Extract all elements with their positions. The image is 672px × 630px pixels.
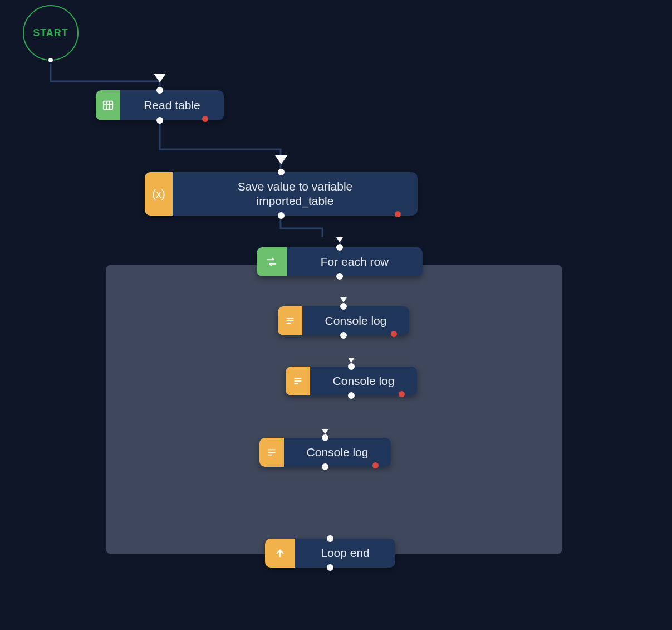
port-in[interactable]: [327, 535, 333, 542]
node-label: Console log: [325, 314, 387, 328]
node-save-variable[interactable]: (x) Save value to variable imported_tabl…: [145, 172, 418, 216]
node-for-each-row[interactable]: For each row: [257, 247, 423, 276]
node-loop-end[interactable]: Loop end: [265, 539, 395, 568]
port-out[interactable]: [336, 273, 343, 280]
start-label: START: [33, 27, 68, 39]
node-label: Console log: [333, 374, 395, 388]
lines-icon: [286, 367, 310, 395]
port-in-arrow: [275, 155, 287, 164]
port-out[interactable]: [278, 212, 285, 219]
port-out[interactable]: [327, 564, 333, 571]
start-node[interactable]: START: [23, 5, 79, 61]
port-out[interactable]: [348, 392, 355, 399]
node-label: For each row: [321, 255, 389, 269]
arrow-up-icon: [265, 539, 295, 568]
port-in[interactable]: [322, 434, 328, 441]
breakpoint-dot[interactable]: [372, 462, 379, 468]
port-in[interactable]: [156, 87, 163, 94]
port-in-arrow: [154, 74, 166, 82]
breakpoint-dot[interactable]: [399, 391, 405, 397]
node-console-log-1[interactable]: Console log: [278, 306, 409, 335]
table-icon: [96, 90, 120, 120]
port-in-arrow: [340, 297, 347, 302]
port-in-arrow: [322, 429, 328, 434]
lines-icon: [278, 306, 302, 335]
breakpoint-dot[interactable]: [395, 211, 401, 217]
port-out[interactable]: [322, 463, 328, 470]
port-in[interactable]: [278, 169, 285, 175]
port-out[interactable]: [156, 117, 163, 124]
port-in-arrow: [348, 358, 355, 363]
port-out[interactable]: [340, 332, 347, 339]
node-console-log-3[interactable]: Console log: [259, 438, 391, 467]
port-in-arrow: [336, 237, 343, 242]
node-read-table[interactable]: Read table: [96, 90, 224, 120]
port-in[interactable]: [336, 244, 343, 251]
breakpoint-dot[interactable]: [391, 331, 397, 337]
svg-rect-0: [104, 101, 113, 110]
breakpoint-dot[interactable]: [202, 116, 208, 122]
port-in[interactable]: [348, 363, 355, 370]
node-console-log-2[interactable]: Console log: [286, 367, 417, 395]
flow-canvas[interactable]: START Read table (x) Save value to varia…: [0, 0, 672, 630]
loop-icon: [257, 247, 287, 276]
node-label: Loop end: [321, 546, 370, 560]
variable-icon: (x): [145, 172, 173, 216]
node-label: Console log: [307, 445, 369, 460]
port-out[interactable]: [47, 57, 54, 64]
port-in[interactable]: [340, 303, 347, 310]
lines-icon: [259, 438, 284, 467]
node-label: Read table: [144, 98, 200, 113]
node-label: Save value to variable imported_table: [238, 179, 353, 209]
